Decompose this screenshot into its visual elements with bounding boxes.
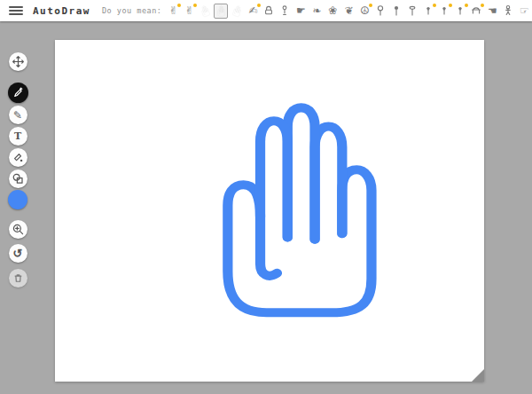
toolbar-sidebar: ✎T↺ bbox=[0, 21, 35, 288]
suggestion-map-pin-3[interactable] bbox=[453, 4, 467, 19]
leaf-icon: ❦ bbox=[344, 5, 353, 16]
suggestion-leaf[interactable]: ❦ bbox=[341, 4, 356, 19]
new-suggestion-dot bbox=[193, 4, 198, 8]
drawing-canvas[interactable] bbox=[55, 40, 484, 382]
type-tool[interactable]: T bbox=[9, 127, 27, 146]
peace-symbol-icon: ☮ bbox=[360, 5, 370, 16]
shape-icon bbox=[12, 172, 25, 185]
fill-icon bbox=[12, 151, 25, 164]
suggestion-balloon-pin[interactable] bbox=[373, 4, 387, 19]
new-suggestion-dot bbox=[257, 4, 262, 8]
menu-button[interactable] bbox=[9, 4, 23, 17]
suggestion-point-hand[interactable]: ☞ bbox=[517, 4, 531, 19]
select-tool[interactable] bbox=[9, 52, 27, 71]
suggestion-victory-hand-2[interactable]: ✌ bbox=[182, 4, 196, 19]
suggestion-fist-hand[interactable]: ✍ bbox=[246, 4, 260, 19]
open-hand-icon bbox=[216, 5, 226, 17]
point-hand-icon: ☞ bbox=[520, 5, 529, 16]
suggestion-flower[interactable]: ❀ bbox=[325, 4, 340, 19]
suggestion-pin-figure[interactable] bbox=[278, 4, 292, 19]
suggestion-prompt: Do you mean: bbox=[102, 6, 161, 15]
delete-button bbox=[9, 269, 27, 288]
app-title: AutoDraw bbox=[33, 5, 90, 17]
suggestion-peace-symbol[interactable]: ☮ bbox=[357, 4, 372, 19]
hand-drawing bbox=[206, 102, 395, 324]
suggestion-victory-hand[interactable]: ✌ bbox=[166, 4, 180, 19]
fist-hand-icon: ✍ bbox=[248, 5, 257, 16]
suggestion-hand-tilt-right[interactable] bbox=[230, 4, 244, 19]
pushpin-icon bbox=[390, 4, 403, 17]
pushpin-flat-icon bbox=[406, 4, 419, 17]
suggestion-map-pin-2[interactable] bbox=[437, 4, 451, 19]
new-suggestion-dot bbox=[177, 4, 182, 8]
move-icon bbox=[12, 55, 25, 68]
suggestion-bench[interactable] bbox=[469, 4, 483, 19]
zoom-icon bbox=[12, 223, 25, 236]
suggestion-hand-tilt-left[interactable] bbox=[198, 4, 212, 19]
suggestion-pushpin-flat[interactable] bbox=[405, 4, 419, 19]
autodraw-tool[interactable] bbox=[8, 83, 28, 103]
new-suggestion-dot bbox=[369, 4, 373, 8]
draw-tool[interactable]: ✎ bbox=[9, 106, 27, 124]
balloon-pin-icon bbox=[374, 4, 387, 17]
canvas-resize-handle[interactable] bbox=[472, 369, 484, 382]
pencil-icon: ✎ bbox=[13, 110, 22, 121]
suggestion-cursor-hand[interactable]: ☛ bbox=[293, 4, 308, 19]
leaf-branch-icon: ❧ bbox=[312, 5, 321, 16]
lock-icon bbox=[262, 4, 275, 17]
new-suggestion-dot bbox=[465, 4, 469, 8]
undo-icon: ↺ bbox=[13, 248, 23, 259]
trash-icon bbox=[12, 272, 25, 285]
cursor-hand-icon: ☛ bbox=[296, 5, 306, 16]
type-icon: T bbox=[14, 131, 21, 141]
grab-hand-icon: ☚ bbox=[488, 5, 497, 16]
new-suggestion-dot bbox=[481, 4, 485, 8]
suggestion-open-hand[interactable] bbox=[214, 4, 228, 19]
zoom-tool[interactable] bbox=[9, 220, 27, 239]
undo-button[interactable]: ↺ bbox=[9, 244, 27, 263]
figure-icon bbox=[502, 4, 514, 17]
workspace: ✎T↺ bbox=[0, 21, 532, 394]
hand-tilt-left-icon bbox=[199, 4, 211, 18]
suggestion-map-pin[interactable] bbox=[421, 4, 435, 19]
hamburger-icon bbox=[9, 6, 23, 8]
victory-hand-2-icon: ✌ bbox=[184, 5, 193, 16]
suggestion-leaf-branch[interactable]: ❧ bbox=[309, 4, 324, 19]
new-suggestion-dot bbox=[433, 4, 437, 8]
suggestion-figure[interactable] bbox=[501, 4, 515, 19]
suggestion-strip: ✌✌✍☛❧❀❦☮☚☞ bbox=[166, 0, 531, 21]
hand-strokes bbox=[228, 107, 372, 312]
flower-icon: ❀ bbox=[328, 5, 337, 16]
color-swatch[interactable] bbox=[8, 190, 27, 209]
magic-pencil-icon bbox=[12, 86, 25, 99]
topbar: AutoDraw Do you mean: ✌✌✍☛❧❀❦☮☚☞ bbox=[0, 0, 532, 21]
new-suggestion-dot bbox=[449, 4, 453, 8]
suggestion-lock[interactable] bbox=[262, 4, 276, 19]
suggestion-grab-hand[interactable]: ☚ bbox=[485, 4, 499, 19]
pin-figure-icon bbox=[278, 4, 291, 17]
victory-hand-icon: ✌ bbox=[168, 5, 177, 16]
fill-tool[interactable] bbox=[9, 148, 27, 167]
suggestion-pushpin[interactable] bbox=[389, 4, 403, 19]
hand-tilt-right-icon bbox=[231, 4, 243, 18]
shape-tool[interactable] bbox=[9, 169, 27, 188]
